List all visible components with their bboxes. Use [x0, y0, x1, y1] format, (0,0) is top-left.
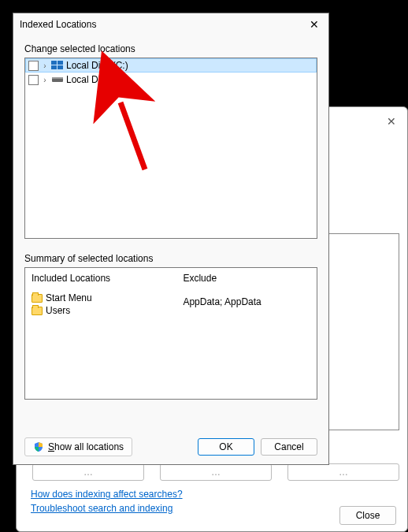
included-header: Included Locations [32, 273, 170, 284]
parent-button-row: … … … [32, 463, 399, 481]
included-item[interactable]: Start Menu [32, 292, 170, 304]
windows-drive-icon [51, 61, 64, 70]
location-label: Local Disk (E:) [66, 74, 128, 85]
folder-icon [32, 307, 43, 315]
checkbox[interactable] [28, 75, 39, 85]
included-label: Users [46, 305, 70, 316]
chevron-right-icon[interactable]: › [41, 61, 49, 70]
summary-box: Included Locations Start Menu Users Excl… [24, 267, 317, 400]
show-all-label: Show all locations [48, 441, 124, 452]
included-item[interactable]: Users [32, 304, 170, 317]
close-icon[interactable]: ✕ [305, 17, 324, 32]
show-all-locations-button[interactable]: Show all locations [24, 437, 132, 456]
chevron-right-icon[interactable]: › [41, 76, 49, 84]
parent-close-button[interactable]: Close [339, 506, 396, 525]
parent-stub-button[interactable]: … [287, 463, 399, 481]
dialog-button-row: Show all locations OK Cancel [24, 430, 317, 456]
svg-rect-2 [51, 65, 57, 69]
dialog-title: Indexed Locations [20, 19, 96, 30]
exclude-text: AppData; AppData [183, 296, 310, 307]
titlebar: Indexed Locations ✕ [13, 13, 328, 35]
included-column: Included Locations Start Menu Users [25, 268, 176, 399]
svg-rect-0 [51, 61, 57, 65]
svg-rect-1 [57, 61, 63, 65]
parent-stub-button[interactable]: … [160, 463, 272, 481]
parent-stub-button[interactable]: … [32, 463, 144, 481]
svg-rect-5 [52, 77, 63, 79]
ok-button[interactable]: OK [198, 438, 254, 456]
location-row-c[interactable]: › Local Disk (C:) [25, 58, 317, 73]
included-label: Start Menu [46, 292, 92, 303]
shield-icon [33, 441, 44, 452]
svg-rect-3 [57, 65, 63, 69]
exclude-column: Exclude AppData; AppData [176, 268, 317, 399]
locations-tree[interactable]: › Local Disk (C:) › [24, 58, 317, 239]
drive-icon [51, 75, 64, 84]
indexed-locations-dialog: Indexed Locations ✕ Change selected loca… [13, 13, 329, 465]
link-indexing-affect[interactable]: How does indexing affect searches? [31, 489, 183, 500]
parent-links: How does indexing affect searches? Troub… [31, 485, 183, 514]
location-row-e[interactable]: › Local Disk (E:) [25, 73, 317, 87]
parent-close-icon[interactable]: ✕ [387, 115, 396, 128]
location-label: Local Disk (C:) [66, 60, 128, 71]
exclude-header: Exclude [183, 273, 310, 284]
checkbox[interactable] [28, 61, 39, 71]
folder-icon [32, 294, 43, 303]
link-troubleshoot[interactable]: Troubleshoot search and indexing [31, 503, 183, 514]
change-locations-label: Change selected locations [24, 43, 317, 54]
cancel-button[interactable]: Cancel [261, 438, 317, 456]
summary-label: Summary of selected locations [24, 253, 317, 264]
